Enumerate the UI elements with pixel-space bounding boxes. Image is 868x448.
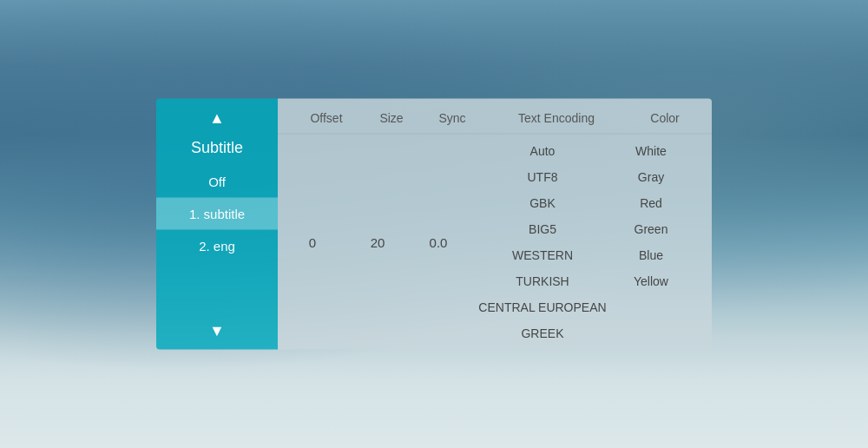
subtitle-panel: ▲ Subtitle Off 1. subtitle 2. eng ▼ xyxy=(156,99,278,350)
encoding-central-european[interactable]: CENTRAL EUROPEAN xyxy=(469,294,616,320)
color-col: White Gray Red Green Blue Yellow xyxy=(616,135,686,350)
settings-panel: Offset Size Sync Text Encoding Color 0 2… xyxy=(278,99,712,350)
encoding-auto[interactable]: Auto xyxy=(469,138,616,164)
encoding-western[interactable]: WESTERN xyxy=(469,242,616,268)
settings-header: Offset Size Sync Text Encoding Color xyxy=(278,99,712,135)
subtitle-item-2[interactable]: 2. eng xyxy=(156,230,278,262)
offset-col: 0 xyxy=(278,135,347,350)
color-yellow[interactable]: Yellow xyxy=(616,268,686,294)
color-blue[interactable]: Blue xyxy=(616,242,686,268)
encoding-big5[interactable]: BIG5 xyxy=(469,216,616,242)
encoding-utf8[interactable]: UTF8 xyxy=(469,164,616,190)
col-sync: Sync xyxy=(422,111,483,125)
col-text-encoding: Text Encoding xyxy=(483,111,630,125)
col-size: Size xyxy=(361,111,422,125)
chevron-down-icon: ▼ xyxy=(209,321,225,339)
offset-value[interactable]: 0 xyxy=(309,142,316,343)
sync-col: 0.0 xyxy=(408,135,469,350)
panel-title: Subtitle xyxy=(156,137,278,166)
color-gray[interactable]: Gray xyxy=(616,164,686,190)
color-white[interactable]: White xyxy=(616,138,686,164)
subtitle-item-1[interactable]: 1. subtitle xyxy=(156,198,278,230)
encoding-greek[interactable]: GREEK xyxy=(469,320,616,346)
settings-body: 0 20 0.0 Auto UTF8 GBK BIG5 WESTERN TURK… xyxy=(278,135,712,350)
encoding-gbk[interactable]: GBK xyxy=(469,190,616,216)
col-offset: Offset xyxy=(292,111,361,125)
size-col: 20 xyxy=(347,135,408,350)
scroll-down-button[interactable]: ▼ xyxy=(156,312,278,350)
encoding-col: Auto UTF8 GBK BIG5 WESTERN TURKISH CENTR… xyxy=(469,135,616,350)
encoding-turkish[interactable]: TURKISH xyxy=(469,268,616,294)
scroll-up-button[interactable]: ▲ xyxy=(156,99,278,137)
color-green[interactable]: Green xyxy=(616,216,686,242)
size-value[interactable]: 20 xyxy=(371,142,385,343)
chevron-up-icon: ▲ xyxy=(209,109,225,127)
ui-container: ▲ Subtitle Off 1. subtitle 2. eng ▼ Offs… xyxy=(156,99,712,350)
sync-value[interactable]: 0.0 xyxy=(430,142,448,343)
subtitle-item-off[interactable]: Off xyxy=(156,166,278,198)
color-red[interactable]: Red xyxy=(616,190,686,216)
col-color: Color xyxy=(630,111,700,125)
